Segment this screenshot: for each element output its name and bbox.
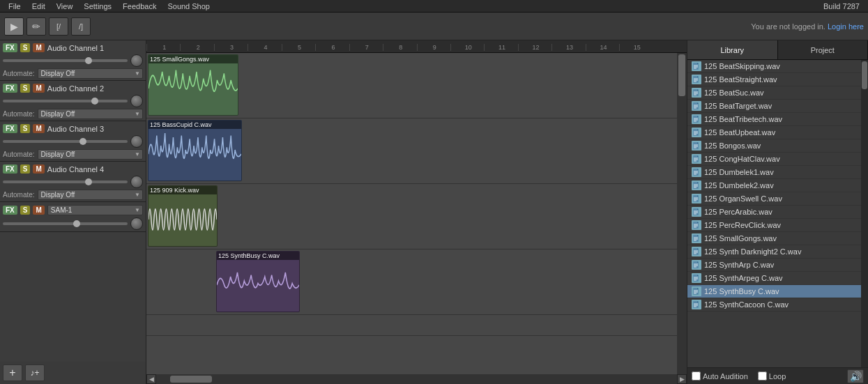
library-scrollbar[interactable] [861, 60, 868, 367]
tab-project[interactable]: Project [778, 40, 869, 59]
library-item-icon [692, 88, 701, 98]
track-ruler: 123456789101112131415 [146, 40, 687, 53]
volume-slider-3[interactable] [3, 140, 128, 143]
library-item[interactable]: 125 SynthArp C.wav [687, 259, 868, 272]
mute-button-3[interactable]: M [33, 124, 44, 133]
mute-button-4[interactable]: M [33, 164, 44, 174]
automate-select-wrap-2: Display Off [38, 109, 143, 119]
horizontal-scrollbar[interactable]: ◀ ▶ [146, 374, 687, 384]
bracket-right-tool[interactable]: /] [71, 17, 91, 36]
menu-soundshop[interactable]: Sound Shop [162, 2, 215, 10]
library-item[interactable]: 125 BeatTarget.wav [687, 100, 868, 113]
pan-knob-2[interactable] [130, 95, 143, 107]
bracket-left-tool[interactable]: [/ [49, 17, 68, 36]
pan-knob-1[interactable] [130, 54, 143, 67]
scrollbar-thumb-horizontal[interactable] [170, 376, 212, 383]
volume-slider-2[interactable] [3, 100, 128, 102]
library-item[interactable]: 125 BeatTribetech.wav [687, 113, 868, 126]
fx-button-sam[interactable]: FX [3, 206, 17, 215]
loop-check[interactable]: Loop [758, 371, 786, 381]
library-item[interactable]: 125 Bongos.wav [687, 139, 868, 153]
solo-button-3[interactable]: S [20, 124, 31, 133]
menu-settings[interactable]: Settings [78, 2, 117, 10]
library-item[interactable]: 125 SynthCacoon C.wav [687, 298, 868, 312]
main-area: FX S M Audio Channel 1 Automate: Display… [0, 40, 868, 384]
library-item[interactable]: 125 SynthArpeg C.wav [687, 272, 868, 285]
pan-knob-4[interactable] [130, 176, 143, 188]
scrollbar-thumb-vertical[interactable] [678, 54, 685, 96]
ruler-mark-7: 7 [349, 44, 383, 51]
cursor-tool[interactable]: ▶ [4, 17, 24, 36]
library-item[interactable]: 125 PercArabic.wav [687, 206, 868, 219]
mute-button-1[interactable]: M [33, 43, 44, 52]
library-item-name: 125 BeatSuc.wav [704, 89, 864, 97]
ruler-mark-9: 9 [417, 44, 450, 51]
ruler-mark-15: 15 [619, 44, 653, 51]
volume-slider-1[interactable] [3, 59, 128, 62]
audio-clip-3[interactable]: 125 909 Kick.wav [148, 185, 218, 247]
mute-button-sam[interactable]: M [33, 206, 44, 215]
library-item[interactable]: 125 BeatSkipping.wav [687, 60, 868, 73]
library-item[interactable]: 125 CongHatClav.wav [687, 153, 868, 166]
automate-select-2[interactable]: Display Off [38, 109, 143, 119]
library-item[interactable]: 125 PercRevClick.wav [687, 219, 868, 232]
add-channel-button[interactable]: + [3, 364, 22, 381]
automate-select-1[interactable]: Display Off [38, 68, 143, 79]
menu-view[interactable]: View [51, 2, 79, 10]
fx-button-1[interactable]: FX [3, 43, 17, 52]
waveform-2 [149, 129, 241, 179]
library-item[interactable]: 125 BeatUpbeat.wav [687, 126, 868, 139]
volume-slider-sam[interactable] [3, 222, 128, 225]
fx-button-2[interactable]: FX [3, 84, 17, 93]
menu-file[interactable]: File [3, 2, 26, 10]
auto-audition-checkbox[interactable] [692, 371, 701, 381]
library-item[interactable]: 125 Dumbelek1.wav [687, 166, 868, 179]
library-item-icon [692, 154, 701, 164]
automate-select-4[interactable]: Display Off [38, 190, 143, 200]
volume-slider-4[interactable] [3, 181, 128, 183]
scroll-right-arrow[interactable]: ▶ [677, 374, 687, 384]
solo-button-sam[interactable]: S [20, 206, 31, 215]
menu-edit[interactable]: Edit [26, 2, 51, 10]
loop-checkbox[interactable] [758, 371, 767, 381]
library-item[interactable]: 125 SynthBusy C.wav [687, 285, 868, 298]
menu-bar: File Edit View Settings Feedback Sound S… [0, 0, 868, 13]
library-item[interactable]: 125 SmallGongs.wav [687, 232, 868, 245]
automate-select-3[interactable]: Display Off [38, 149, 143, 160]
tracks-scroll[interactable]: 125 SmallGongs.wav 125 BassCupid C.wav [146, 53, 687, 374]
speaker-icon[interactable]: 🔊 [847, 369, 864, 383]
menu-feedback[interactable]: Feedback [117, 2, 162, 10]
ruler-mark-6: 6 [315, 44, 349, 51]
audio-clip-1[interactable]: 125 SmallGongs.wav [148, 54, 238, 116]
login-link[interactable]: Login here [828, 22, 864, 31]
pencil-tool[interactable]: ✏ [26, 17, 46, 36]
library-item[interactable]: 125 BeatStraight.wav [687, 73, 868, 86]
solo-button-2[interactable]: S [20, 84, 31, 93]
pan-knob-3[interactable] [130, 135, 143, 148]
fx-button-3[interactable]: FX [3, 124, 17, 133]
auto-audition-check[interactable]: Auto Audition [692, 371, 748, 381]
channel-name-2: Audio Channel 2 [47, 84, 143, 93]
add-audio-button[interactable]: ♪+ [25, 364, 45, 381]
library-item-name: 125 CongHatClav.wav [704, 155, 864, 163]
library-item-icon [692, 181, 701, 190]
vertical-scrollbar[interactable] [677, 53, 687, 374]
pan-knob-sam[interactable] [130, 217, 143, 230]
channel-3: FX S M Audio Channel 3 Automate: Display… [0, 121, 146, 162]
mute-button-2[interactable]: M [33, 84, 44, 93]
library-item[interactable]: 125 Dumbelek2.wav [687, 179, 868, 192]
library-scrollbar-thumb[interactable] [862, 61, 867, 89]
library-item[interactable]: 125 BeatSuc.wav [687, 86, 868, 100]
solo-button-1[interactable]: S [20, 43, 31, 52]
library-item[interactable]: 125 OrganSwell C.wav [687, 192, 868, 206]
library-item[interactable]: 125 Synth Darknight2 C.wav [687, 245, 868, 259]
tab-library[interactable]: Library [687, 40, 778, 59]
fx-button-4[interactable]: FX [3, 164, 17, 174]
scroll-left-arrow[interactable]: ◀ [146, 374, 156, 384]
track-lanes: 125 SmallGongs.wav 125 BassCupid C.wav [146, 53, 687, 374]
audio-clip-4[interactable]: 125 SynthBusy C.wav [216, 251, 300, 312]
solo-button-4[interactable]: S [20, 164, 31, 174]
audio-clip-2[interactable]: 125 BassCupid C.wav [148, 120, 242, 181]
channel-name-1: Audio Channel 1 [47, 44, 143, 52]
sam-select[interactable]: SAM-1 [47, 205, 143, 215]
